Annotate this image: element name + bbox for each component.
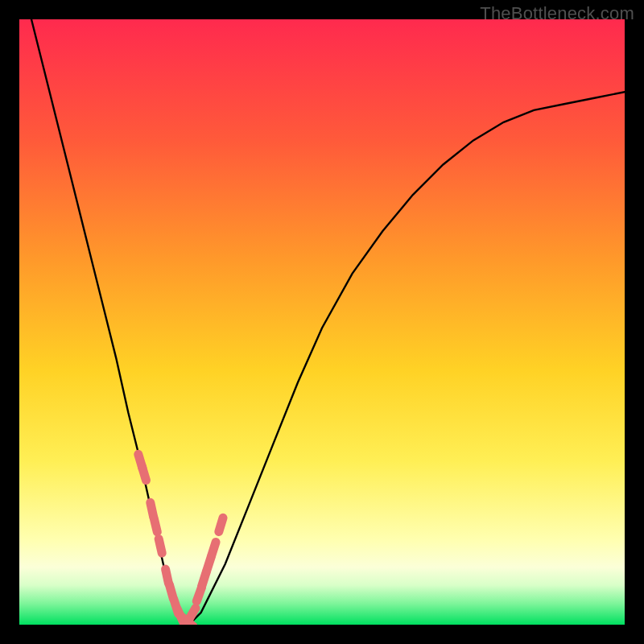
watermark-text: TheBottleneck.com: [480, 3, 634, 24]
chart-frame: TheBottleneck.com: [0, 0, 644, 644]
marker-segment: [219, 518, 223, 531]
plot-area: [19, 19, 625, 625]
marker-segment: [212, 542, 217, 555]
plot-svg: [19, 19, 625, 625]
marker-segment: [159, 539, 162, 554]
marker-segment: [142, 466, 146, 480]
marker-segment: [154, 518, 157, 532]
